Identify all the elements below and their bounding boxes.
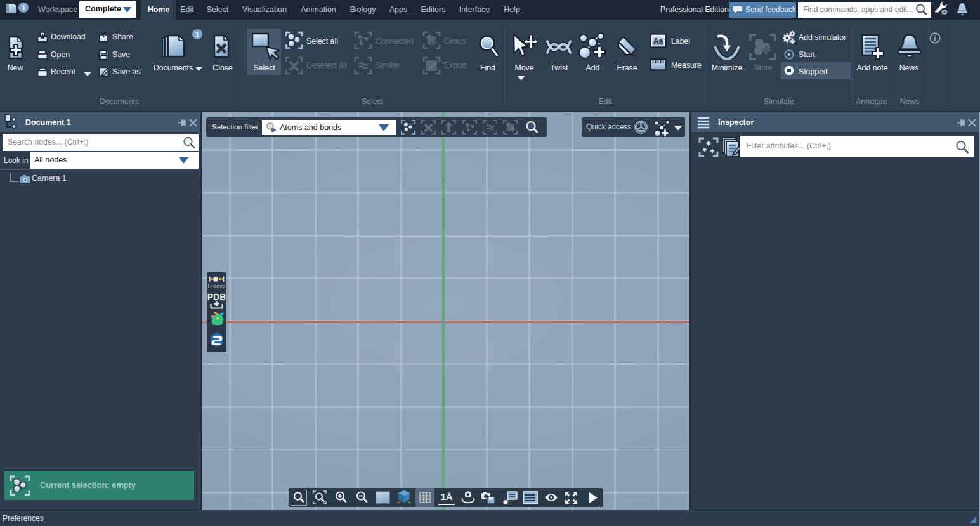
svg-text:i: i xyxy=(934,34,936,42)
svg-text:Aa: Aa xyxy=(653,37,663,46)
